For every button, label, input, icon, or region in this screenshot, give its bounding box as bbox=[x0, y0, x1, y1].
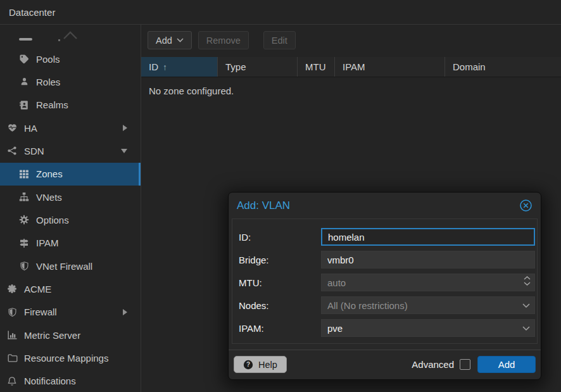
sidebar-item-ha[interactable]: HA bbox=[0, 117, 141, 139]
bridge-input[interactable] bbox=[321, 251, 535, 269]
app-header: Datacenter bbox=[0, 0, 561, 25]
sidebar-item-resource-mappings[interactable]: Resource Mappings bbox=[0, 346, 141, 369]
sidebar-item-metric-server[interactable]: Metric Server bbox=[0, 324, 141, 346]
sidebar-item-zones[interactable]: Zones bbox=[0, 163, 141, 186]
help-button[interactable]: ? Help bbox=[234, 356, 287, 373]
column-header-domain[interactable]: Domain bbox=[445, 57, 561, 77]
sidebar-item-label: Notifications bbox=[24, 376, 76, 386]
help-button-label: Help bbox=[258, 360, 277, 370]
grid-icon bbox=[18, 168, 30, 179]
dialog-footer: ? Help Advanced Add bbox=[229, 350, 541, 379]
column-header-ipam[interactable]: IPAM bbox=[335, 57, 445, 77]
chevron-down-icon bbox=[177, 38, 184, 42]
ipam-field-label: IPAM: bbox=[239, 323, 315, 334]
sidebar-item-options[interactable]: Options bbox=[0, 208, 141, 231]
sidebar-item-label: SDN bbox=[24, 146, 44, 156]
dialog-add-button[interactable]: Add bbox=[477, 356, 536, 373]
dialog-form: ID: Bridge: MTU: bbox=[232, 218, 538, 344]
network-icon bbox=[6, 146, 18, 156]
sidebar-item-acme[interactable]: ACME bbox=[0, 277, 141, 300]
column-header-id[interactable]: ID ↑ bbox=[141, 57, 218, 77]
shield-icon bbox=[6, 307, 18, 317]
expander-collapsed-icon[interactable] bbox=[123, 309, 127, 315]
zones-toolbar: Add Remove Edit bbox=[141, 25, 561, 57]
field-row-id: ID: bbox=[239, 228, 535, 246]
question-circle-icon: ? bbox=[243, 360, 253, 370]
expander-collapsed-icon[interactable] bbox=[123, 125, 127, 131]
expander-expanded-icon[interactable] bbox=[121, 149, 127, 153]
column-header-mtu[interactable]: MTU bbox=[298, 57, 335, 77]
sidebar-item-sdn[interactable]: SDN bbox=[0, 139, 141, 162]
remove-button-label: Remove bbox=[206, 35, 241, 46]
ipam-combobox[interactable] bbox=[321, 319, 535, 337]
id-input[interactable] bbox=[321, 228, 535, 246]
tag-icon bbox=[18, 54, 30, 65]
gear-icon bbox=[18, 215, 30, 225]
edit-button[interactable]: Edit bbox=[263, 31, 296, 49]
folder-icon bbox=[6, 353, 18, 364]
svg-text:?: ? bbox=[246, 361, 250, 368]
sidebar-item-label: VNet Firewall bbox=[36, 261, 92, 272]
nodes-combobox[interactable] bbox=[321, 296, 535, 314]
mtu-input[interactable] bbox=[321, 274, 535, 291]
shield-icon bbox=[18, 261, 30, 272]
sidebar-item-label: Firewall bbox=[24, 307, 57, 317]
column-header-type[interactable]: Type bbox=[218, 57, 298, 77]
heartbeat-icon bbox=[6, 123, 18, 134]
sidebar-item-notifications[interactable]: Notifications bbox=[0, 370, 141, 392]
bar-chart-icon bbox=[6, 330, 18, 341]
bridge-field bbox=[321, 251, 535, 269]
spinner-up-down-icon[interactable] bbox=[524, 276, 531, 286]
sitemap-icon bbox=[18, 192, 30, 203]
add-button[interactable]: Add bbox=[148, 31, 192, 49]
page-title: Datacenter bbox=[9, 7, 55, 18]
sort-ascending-icon: ↑ bbox=[163, 62, 167, 72]
dialog-header[interactable]: Add: VLAN bbox=[229, 193, 541, 218]
dialog-title: Add: VLAN bbox=[237, 199, 519, 212]
user-icon bbox=[18, 77, 30, 87]
remove-button[interactable]: Remove bbox=[198, 31, 249, 49]
sidebar-item-label: Options bbox=[36, 215, 69, 225]
proxmox-datacenter-window: Datacenter Pools Roles bbox=[0, 0, 561, 392]
sidebar-item-vnet-firewall[interactable]: VNet Firewall bbox=[0, 255, 141, 277]
icon-fragment bbox=[58, 39, 60, 41]
sidebar-item-label: Roles bbox=[36, 77, 60, 87]
nodes-field bbox=[321, 296, 535, 314]
sidebar-item-vnets[interactable]: VNets bbox=[0, 186, 141, 208]
sidebar-item-label: Pools bbox=[36, 54, 60, 65]
id-field-label: ID: bbox=[239, 232, 315, 243]
ipam-field bbox=[321, 319, 535, 337]
sidebar-item-label: IPAM bbox=[36, 237, 59, 248]
chevron-down-icon[interactable] bbox=[522, 326, 530, 331]
sidebar-item-label: VNets bbox=[36, 192, 62, 203]
sidebar-item-firewall[interactable]: Firewall bbox=[0, 301, 141, 324]
sidebar-item-pools[interactable]: Pools bbox=[0, 47, 141, 70]
id-field bbox=[321, 228, 535, 246]
nodes-field-label: Nodes: bbox=[239, 300, 315, 311]
advanced-label: Advanced bbox=[412, 359, 454, 370]
sidebar-item-label: Resource Mappings bbox=[24, 353, 108, 364]
bell-icon bbox=[6, 376, 18, 386]
add-button-label: Add bbox=[156, 35, 172, 46]
mtu-field bbox=[321, 274, 535, 291]
sidebar-item-ipam[interactable]: IPAM bbox=[0, 232, 141, 255]
address-book-icon bbox=[18, 99, 30, 110]
sidebar-item-roles[interactable]: Roles bbox=[0, 70, 141, 93]
sidebar-item-realms[interactable]: Realms bbox=[0, 94, 141, 117]
advanced-checkbox[interactable] bbox=[460, 359, 470, 370]
sidebar-item-partial[interactable] bbox=[0, 25, 141, 47]
sidebar-item-label: Zones bbox=[36, 168, 63, 179]
close-icon[interactable] bbox=[519, 199, 533, 212]
sidebar-item-label: Realms bbox=[36, 99, 68, 110]
field-row-bridge: Bridge: bbox=[239, 251, 535, 269]
sidebar-item-label: ACME bbox=[24, 284, 51, 294]
empty-table-message: No zone configured. bbox=[141, 77, 561, 104]
map-signs-icon bbox=[18, 237, 30, 248]
chevron-up-icon bbox=[63, 31, 78, 40]
bridge-field-label: Bridge: bbox=[239, 255, 315, 265]
zones-table-header: ID ↑ Type MTU IPAM Domain bbox=[141, 57, 561, 77]
chevron-down-icon[interactable] bbox=[522, 303, 530, 308]
icon-fragment bbox=[19, 38, 32, 41]
certificate-icon bbox=[6, 284, 18, 294]
field-row-nodes: Nodes: bbox=[239, 296, 535, 314]
